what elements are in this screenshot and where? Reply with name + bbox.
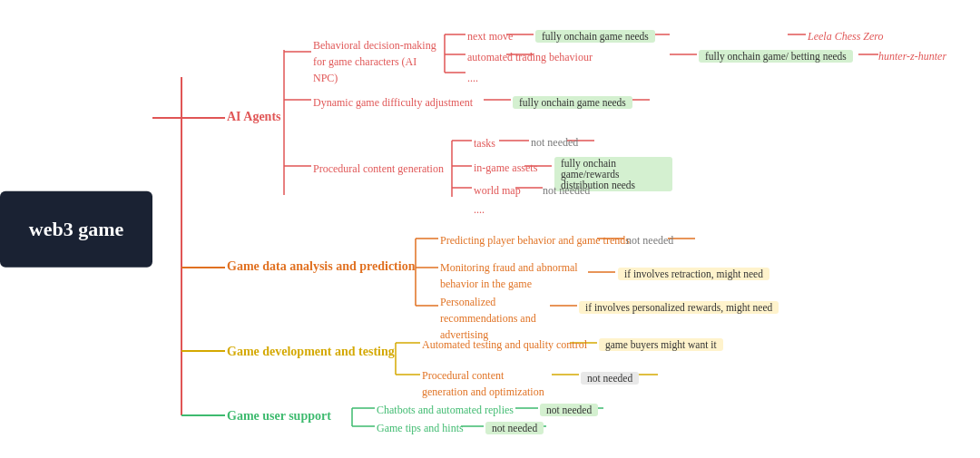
- monitoring-connector: if involves retraction, might need: [618, 265, 769, 281]
- monitoring-label: Monitoring fraud and abnormal behavior i…: [440, 258, 585, 291]
- mind-map: AI Agents Behavioral decision-making for…: [152, 0, 980, 458]
- auto-testing-label: Automated testing and quality control: [422, 336, 587, 352]
- chatbots-label: Chatbots and automated replies: [377, 401, 514, 417]
- auto-testing-connector: game buyers might want it: [599, 336, 723, 352]
- next-move-connector: fully onchain game needs: [535, 27, 655, 44]
- root-label: web3 game: [0, 190, 152, 268]
- auto-trading-connector: fully onchain game/ betting needs: [699, 47, 853, 63]
- behavioral-label: Behavioral decision-making for game char…: [313, 36, 440, 85]
- personalized-label: Personalized recommendations and adverti…: [440, 293, 547, 342]
- auto-trading-label: automated trading behaviour: [467, 48, 593, 64]
- game-tips-label: Game tips and hints: [377, 419, 464, 435]
- tasks-label: tasks: [474, 134, 495, 151]
- game-support-label: Game user support: [227, 407, 331, 424]
- proc-content-label: Procedural content generation and optimi…: [422, 366, 549, 399]
- personalized-connector: if involves personalized rewards, might …: [579, 298, 779, 315]
- dynamic-connector: fully onchain game needs: [513, 93, 632, 110]
- dynamic-label: Dynamic game difficulty adjustment: [313, 93, 473, 110]
- world-map-label: world map: [474, 181, 521, 198]
- predicting-connector: not needed: [626, 231, 673, 248]
- predicting-label: Predicting player behavior and game tren…: [440, 231, 630, 248]
- game-tips-connector: not needed: [485, 419, 544, 435]
- game-dev-label: Game development and testing: [227, 343, 395, 359]
- procedural-label: Procedural content generation: [313, 160, 444, 176]
- connector-lines: [152, 0, 980, 458]
- hunter-label: hunter-z-hunter: [878, 47, 946, 63]
- proc-content-connector: not needed: [581, 369, 639, 385]
- chatbots-connector: not needed: [540, 401, 598, 417]
- next-move-label: next move: [467, 27, 513, 44]
- tasks-connector: not needed: [531, 133, 578, 150]
- world-map-connector: not needed: [543, 181, 590, 198]
- dots2-label: ....: [474, 200, 485, 217]
- in-game-assets-label: in-game assets: [474, 159, 537, 175]
- dots1-label: ....: [467, 69, 478, 85]
- leela-label: Leela Chess Zero: [808, 27, 884, 44]
- game-data-label: Game data analysis and prediction: [227, 258, 415, 274]
- ai-agents-label: AI Agents: [227, 108, 281, 124]
